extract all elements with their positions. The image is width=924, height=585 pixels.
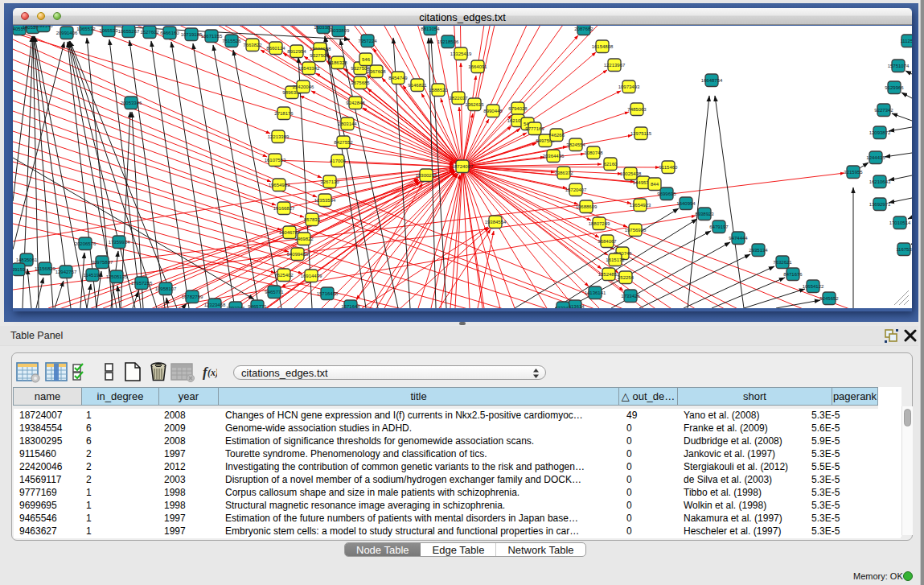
svg-text:18724007: 18724007 xyxy=(452,164,474,169)
svg-text:10025438: 10025438 xyxy=(620,171,642,176)
svg-text:1571648: 1571648 xyxy=(341,304,360,308)
svg-text:7632621: 7632621 xyxy=(773,260,792,265)
svg-text:3824554: 3824554 xyxy=(566,142,585,147)
svg-text:22420046: 22420046 xyxy=(293,84,314,89)
svg-text:7663822: 7663822 xyxy=(243,43,262,47)
svg-text:20206576: 20206576 xyxy=(75,241,97,246)
svg-text:417004: 417004 xyxy=(330,159,347,163)
svg-text:10688609: 10688609 xyxy=(576,204,598,209)
svg-text:1615172: 1615172 xyxy=(606,257,625,262)
svg-text:173342: 173342 xyxy=(555,306,572,308)
svg-text:857833: 857833 xyxy=(304,217,321,222)
svg-text:8660124: 8660124 xyxy=(266,46,285,51)
svg-text:16033809: 16033809 xyxy=(328,28,350,33)
svg-text:9115460: 9115460 xyxy=(659,165,679,170)
svg-text:7515526: 7515526 xyxy=(222,39,241,43)
svg-text:19654983: 19654983 xyxy=(269,183,290,187)
svg-text:1664091: 1664091 xyxy=(468,64,487,69)
svg-text:8454749: 8454749 xyxy=(388,76,408,80)
svg-text:1145194: 1145194 xyxy=(84,273,103,278)
svg-text:13654923: 13654923 xyxy=(630,203,651,208)
svg-text:252254: 252254 xyxy=(618,275,634,280)
svg-text:62160: 62160 xyxy=(604,162,618,167)
svg-text:1469822: 1469822 xyxy=(294,237,314,241)
svg-text:19218506: 19218506 xyxy=(437,39,459,44)
svg-text:1080748: 1080748 xyxy=(584,150,603,155)
svg-text:8471676: 8471676 xyxy=(783,272,803,277)
svg-text:9227342: 9227342 xyxy=(874,108,893,113)
svg-text:16107553: 16107553 xyxy=(265,158,286,163)
svg-text:12323468: 12323468 xyxy=(204,303,226,307)
svg-text:111254: 111254 xyxy=(900,39,912,43)
svg-text:3675685: 3675685 xyxy=(351,80,370,85)
svg-text:16648754: 16648754 xyxy=(701,78,723,83)
svg-text:17010514: 17010514 xyxy=(889,220,911,225)
svg-text:(x): (x) xyxy=(207,367,217,378)
svg-text:16210643: 16210643 xyxy=(869,179,891,184)
svg-text:6794028: 6794028 xyxy=(508,106,528,111)
svg-text:9465771: 9465771 xyxy=(265,290,284,295)
svg-text:1733426: 1733426 xyxy=(621,294,640,299)
svg-text:16782759: 16782759 xyxy=(182,295,203,299)
svg-text:18807249: 18807249 xyxy=(589,221,610,226)
svg-text:39159: 39159 xyxy=(13,267,26,272)
svg-text:8912954: 8912954 xyxy=(287,49,306,54)
svg-text:12975115: 12975115 xyxy=(630,131,652,136)
svg-text:1640994: 1640994 xyxy=(676,201,696,206)
svg-text:9777169: 9777169 xyxy=(525,126,544,131)
svg-text:9699695: 9699695 xyxy=(657,192,676,196)
svg-text:2803144: 2803144 xyxy=(338,122,357,126)
svg-text:13524851: 13524851 xyxy=(598,272,620,277)
svg-text:20053346: 20053346 xyxy=(121,101,142,105)
svg-text:18300295: 18300295 xyxy=(416,173,437,178)
svg-text:20364436: 20364436 xyxy=(543,154,565,159)
svg-text:2087682: 2087682 xyxy=(574,27,593,31)
svg-text:12942757: 12942757 xyxy=(55,270,77,274)
svg-text:14136141: 14136141 xyxy=(585,290,606,295)
svg-text:7625402: 7625402 xyxy=(274,273,294,278)
svg-text:9327506: 9327506 xyxy=(310,53,329,58)
svg-text:1065533: 1065533 xyxy=(99,28,118,33)
svg-text:19166827: 19166827 xyxy=(273,206,295,211)
svg-text:8813054: 8813054 xyxy=(421,27,440,31)
svg-text:20991406: 20991406 xyxy=(56,31,78,35)
svg-text:12213389: 12213389 xyxy=(268,134,290,139)
svg-text:546: 546 xyxy=(362,57,371,62)
svg-text:10958107: 10958107 xyxy=(155,286,177,291)
svg-text:116753: 116753 xyxy=(896,247,912,252)
svg-text:19384554: 19384554 xyxy=(485,220,507,225)
svg-text:16154808: 16154808 xyxy=(592,44,614,49)
svg-text:17957255: 17957255 xyxy=(131,281,153,286)
svg-text:12093872: 12093872 xyxy=(869,130,891,135)
svg-text:8427552: 8427552 xyxy=(334,140,353,145)
svg-text:9146821: 9146821 xyxy=(408,83,427,88)
svg-text:7386372: 7386372 xyxy=(554,171,573,175)
svg-text:844: 844 xyxy=(651,182,659,187)
svg-text:2935134: 2935134 xyxy=(749,248,768,253)
svg-text:1292346: 1292346 xyxy=(226,306,245,308)
svg-text:1362615: 1362615 xyxy=(465,102,484,107)
svg-text:54099489: 54099489 xyxy=(287,252,309,257)
svg-text:7485063: 7485063 xyxy=(627,107,647,112)
svg-text:6466160: 6466160 xyxy=(160,31,179,35)
svg-text:13325419: 13325419 xyxy=(450,51,472,56)
svg-text:16914479: 16914479 xyxy=(301,274,322,278)
svg-text:12505135: 12505135 xyxy=(106,274,128,279)
svg-text:2367608: 2367608 xyxy=(367,69,386,74)
svg-text:10543342: 10543342 xyxy=(298,66,320,71)
svg-text:16671355: 16671355 xyxy=(201,34,223,39)
svg-text:1244415: 1244415 xyxy=(866,155,885,160)
svg-text:10655267: 10655267 xyxy=(118,29,140,34)
svg-text:3215955: 3215955 xyxy=(844,170,863,175)
svg-text:15720407: 15720407 xyxy=(565,187,587,192)
svg-text:30975887: 30975887 xyxy=(92,260,113,265)
svg-text:19756928: 19756928 xyxy=(625,228,647,233)
svg-text:10719185: 10719185 xyxy=(181,32,203,37)
svg-text:3267130: 3267130 xyxy=(320,179,339,184)
svg-text:11156829: 11156829 xyxy=(35,266,55,271)
svg-text:3684067: 3684067 xyxy=(598,239,617,244)
svg-text:10973493: 10973493 xyxy=(618,84,640,89)
svg-text:13692971: 13692971 xyxy=(869,202,891,207)
svg-text:14835061: 14835061 xyxy=(16,257,38,262)
svg-text:9245652: 9245652 xyxy=(819,296,839,301)
